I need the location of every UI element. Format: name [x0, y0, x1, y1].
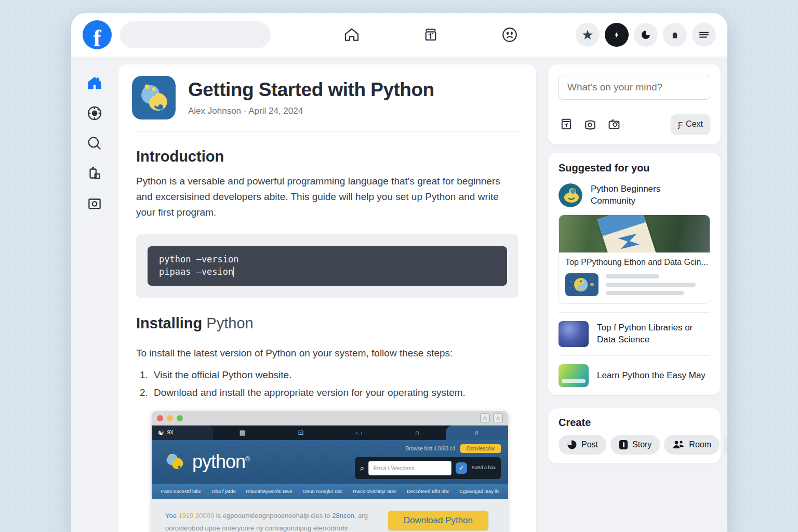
people-face-nav-icon[interactable]	[496, 21, 523, 48]
browser-chrome-bar: △ △	[152, 411, 508, 425]
libraries-title: Top f Python Libraries or Data Science	[597, 322, 701, 346]
sidebar-photos-icon[interactable]	[84, 193, 105, 215]
store-icon[interactable]	[558, 116, 574, 132]
suggested-heading: Suggested for you	[558, 162, 710, 174]
camera-icon[interactable]	[606, 116, 622, 132]
star-icon[interactable]: ★	[576, 23, 600, 47]
post-meta: Alex Johnson · April 24, 2024	[188, 106, 434, 116]
site-search-icon: ⌕	[360, 463, 364, 473]
site-nav-item[interactable]: Rwcs tzvichttyr atec	[353, 488, 396, 494]
header-meta-link[interactable]: Browse bist 4.0/60 c4	[405, 446, 455, 451]
suggested-community[interactable]: Python Beginners Community	[558, 183, 710, 207]
photo-camera-icon[interactable]	[582, 116, 598, 132]
sidebar-home-icon[interactable]	[84, 72, 105, 94]
active-tab[interactable]: ☯ 9X	[152, 425, 213, 440]
site-nav-item[interactable]: Deccèteed tdht übc	[407, 488, 449, 494]
post-body: Introduction Python is a versable and po…	[118, 148, 536, 532]
site-search-panel: ⌕ Ènca t Wecdess ✓ SoSd a bòx	[355, 457, 501, 479]
download-python-button[interactable]: Download Python	[388, 511, 488, 530]
python-website-screenshot: △ △ ☯ 9X ▤ ⊡ ▭ ∩ ⌕	[152, 411, 508, 532]
search-go-check-icon[interactable]: ✓	[456, 462, 467, 474]
community-name: Python Beginners Community	[591, 183, 684, 207]
install-step: Visit the official Python website.	[151, 369, 518, 381]
sidebar-search-icon[interactable]	[84, 132, 105, 154]
divider	[558, 355, 710, 356]
site-nav-item[interactable]: Rlaunthäyworèti Bwe	[246, 488, 292, 494]
placeholder-text-lines	[606, 274, 703, 295]
post-header-text: Getting Started with Python Alex Johnson…	[188, 76, 434, 116]
create-post-button[interactable]: Post	[558, 435, 606, 455]
messenger-icon[interactable]	[605, 23, 629, 47]
minimize-traffic-light[interactable]	[167, 415, 173, 421]
code-line: python –version	[159, 254, 496, 266]
divider	[135, 131, 520, 131]
app-window: f ★	[71, 13, 727, 532]
article-preview-row	[559, 270, 710, 303]
install-steps: Visit the official Python website. Downl…	[136, 369, 518, 398]
search-go-label: SoSd a bòx	[471, 465, 496, 471]
tab-bar-icons: ▤ ⊡ ▭ ∩	[213, 425, 446, 440]
create-room-button[interactable]: Room	[664, 435, 720, 455]
suggested-item-libraries[interactable]: Top f Python Libraries or Data Science	[558, 321, 710, 347]
more-options-icon[interactable]: ⋮	[724, 435, 727, 455]
post-title: Getting Started with Python	[188, 79, 434, 101]
introduction-heading: Introduction	[136, 148, 518, 165]
suggested-item-learn[interactable]: Learn Python the Easy May	[558, 364, 710, 387]
arch-icon[interactable]: ∩	[415, 429, 419, 436]
window-triangle-icon[interactable]: △	[480, 414, 490, 422]
code-line: pipaas –vesion▏	[159, 266, 496, 278]
hero-text: Yoe 1919 20009 is egpoouméeognpooeneehai…	[165, 510, 383, 523]
suggested-article-card[interactable]: Top PPythoung Ethon and Data Gcin...	[558, 215, 710, 304]
installing-intro: To install the latest version of Python …	[136, 345, 508, 361]
list-icon[interactable]: ▤	[239, 429, 245, 436]
top-navbar: f ★	[71, 13, 727, 57]
article-collage-image	[559, 215, 710, 252]
left-sidebar	[71, 57, 118, 532]
python-tab-icon: ☯	[158, 429, 164, 436]
code-block-container: python –version pipaas –vesion▏	[136, 234, 518, 298]
site-nav-item[interactable]: Obo f jätde	[211, 488, 235, 494]
site-search-input[interactable]: Ènca t Wecdess	[368, 461, 451, 475]
site-nav-item[interactable]: Faas Excesttf labc	[161, 488, 202, 494]
room-icon	[672, 440, 685, 449]
hero-text-2: oorovárobod upoé noteryooré ny convagoru…	[165, 522, 383, 532]
site-nav-item[interactable]: Cgawogad iaay lb	[460, 488, 499, 494]
tab-search-icon[interactable]: ⌕	[446, 425, 508, 440]
suggested-card: Suggested for you Python Beginners Commu…	[548, 153, 721, 395]
downloads-chip-button[interactable]: Ocnviesców	[460, 444, 501, 453]
site-nav-item[interactable]: Oeun Gxeglür übc	[302, 488, 342, 494]
global-search-input[interactable]	[120, 21, 271, 48]
notification-bell-icon[interactable]	[663, 23, 687, 47]
moon-icon[interactable]	[634, 23, 658, 47]
code-block[interactable]: python –version pipaas –vesion▏	[148, 246, 507, 286]
libraries-thumbnail	[558, 321, 589, 347]
python-site-header: python® Browse bist 4.0/60 c4 Ocnviesców…	[152, 440, 508, 484]
text-post-button[interactable]: Ƒ Cext	[671, 114, 710, 134]
storefront-nav-icon[interactable]	[417, 21, 444, 48]
home-nav-icon[interactable]	[338, 21, 365, 48]
story-icon	[619, 440, 628, 450]
create-card: Create Post Story Room ⋮	[548, 408, 721, 463]
close-traffic-light[interactable]	[157, 415, 163, 421]
composer-card: Ƒ Cext	[548, 64, 721, 144]
create-story-button[interactable]: Story	[610, 435, 660, 455]
introduction-paragraph: Python is a versable and powerful progra…	[136, 174, 508, 220]
sidebar-marketplace-icon[interactable]	[84, 163, 105, 184]
folder-icon[interactable]: ⊡	[298, 429, 303, 436]
learn-title: Learn Python the Easy May	[597, 370, 706, 382]
menu-icon[interactable]	[692, 23, 716, 47]
maximize-traffic-light[interactable]	[177, 415, 183, 421]
install-step: Download and install the appropriate ver…	[151, 387, 518, 398]
python-site-hero: Yoe 1919 20009 is egpoouméeognpooeneehai…	[152, 499, 508, 532]
whats-on-your-mind-input[interactable]	[558, 75, 710, 100]
window-triangle-icon[interactable]: △	[493, 414, 503, 422]
installing-heading: Installing Python	[136, 315, 518, 332]
topbar-actions: ★	[576, 23, 716, 47]
composer-actions: Ƒ Cext	[558, 114, 710, 134]
post-author: Alex Johnson	[188, 106, 241, 116]
text-format-icon: Ƒ	[678, 120, 683, 129]
sidebar-wheel-icon[interactable]	[84, 102, 105, 124]
divider	[558, 395, 710, 396]
facebook-logo[interactable]: f	[83, 20, 112, 49]
window-icon[interactable]: ▭	[356, 429, 362, 436]
